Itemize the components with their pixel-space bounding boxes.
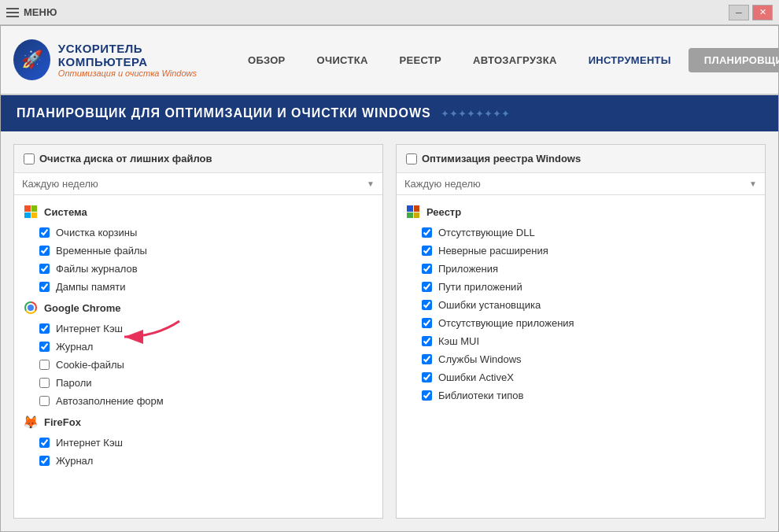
left-panel-checkbox[interactable] bbox=[24, 153, 35, 164]
list-item: Пути приложений bbox=[397, 278, 765, 296]
item-label: Пароли bbox=[56, 377, 92, 389]
group-registry-label: Реестр bbox=[426, 206, 461, 218]
list-item: Ошибки ActiveX bbox=[397, 368, 765, 386]
right-frequency-label: Каждую неделю bbox=[404, 178, 481, 190]
minimize-button[interactable]: ─ bbox=[729, 5, 749, 20]
list-item: Библиотеки типов bbox=[397, 386, 765, 405]
checkbox-applications[interactable] bbox=[422, 264, 432, 274]
checkbox-chrome-journal[interactable] bbox=[39, 342, 50, 352]
list-item: Журнал bbox=[14, 452, 382, 470]
list-item: Журнал bbox=[14, 338, 382, 356]
left-panel-checkbox-label[interactable]: Очистка диска от лишних файлов bbox=[24, 153, 212, 164]
item-label: Отсутствующие DLL bbox=[438, 227, 535, 238]
left-panel-title: Очистка диска от лишних файлов bbox=[39, 153, 212, 164]
item-label: Приложения bbox=[438, 263, 498, 275]
checkbox-chrome-cache[interactable] bbox=[39, 323, 50, 334]
item-label: Кэш MUI bbox=[438, 335, 479, 347]
checkbox-firefox-journal[interactable] bbox=[39, 456, 50, 466]
title-bar-menu-label: МЕНЮ bbox=[24, 6, 57, 18]
title-bar: МЕНЮ ─ ✕ bbox=[0, 0, 779, 25]
right-panel: Оптимизация реестра Windows Каждую недел… bbox=[396, 144, 766, 519]
item-label: Интернет Кэш bbox=[56, 437, 123, 449]
checkbox-chrome-passwords[interactable] bbox=[39, 378, 50, 388]
nav-item-cleaning[interactable]: ОЧИСТКА bbox=[303, 48, 382, 72]
checkbox-type-libraries[interactable] bbox=[422, 390, 432, 401]
logo-area: 🚀 УСКОРИТЕЛЬ КОМПЬЮТЕРА Оптимизация и оч… bbox=[13, 39, 218, 80]
left-panel-dropdown[interactable]: Каждую неделю ▼ bbox=[14, 173, 382, 195]
firefox-icon: 🦊 bbox=[24, 415, 38, 429]
checkbox-missing-apps[interactable] bbox=[422, 318, 432, 328]
item-label-chrome-cache: Интернет Кэш bbox=[56, 323, 123, 334]
item-label: Журнал bbox=[56, 455, 93, 467]
checkbox-dumps[interactable] bbox=[39, 282, 50, 292]
left-panel: Очистка диска от лишних файлов Каждую не… bbox=[13, 144, 383, 519]
list-item: Пароли bbox=[14, 374, 382, 392]
checkbox-app-paths[interactable] bbox=[422, 282, 432, 292]
chrome-icon bbox=[24, 301, 38, 315]
list-item: Временные файлы bbox=[14, 242, 382, 260]
nav-item-tools[interactable]: ИНСТРУМЕНТЫ bbox=[574, 48, 685, 72]
group-registry: Реестр bbox=[397, 200, 765, 224]
checkbox-chrome-cookies[interactable] bbox=[39, 360, 50, 370]
left-panel-header: Очистка диска от лишних файлов bbox=[14, 145, 382, 173]
list-item: Приложения bbox=[397, 260, 765, 278]
nav-item-autoload[interactable]: АВТОЗАГРУЗКА bbox=[459, 48, 571, 72]
item-label: Службы Windows bbox=[438, 353, 522, 365]
right-panel-checkbox[interactable] bbox=[406, 153, 417, 164]
right-panel-list: Реестр Отсутствующие DLL Неверные расшир… bbox=[397, 195, 765, 518]
main-content: Очистка диска от лишних файлов Каждую не… bbox=[1, 131, 778, 531]
checkbox-installer-errors[interactable] bbox=[422, 300, 432, 310]
item-label: Неверные расширения bbox=[438, 245, 548, 257]
right-panel-title: Оптимизация реестра Windows bbox=[422, 153, 581, 164]
group-system: Система bbox=[14, 200, 382, 224]
checkbox-mui-cache[interactable] bbox=[422, 336, 432, 346]
checkbox-wrong-extensions[interactable] bbox=[422, 246, 432, 256]
list-item: Интернет Кэш bbox=[14, 434, 382, 452]
item-label: Автозаполнение форм bbox=[56, 395, 164, 407]
close-button[interactable]: ✕ bbox=[752, 5, 773, 20]
checkbox-missing-dll[interactable] bbox=[422, 227, 432, 238]
checkbox-recycle-bin[interactable] bbox=[39, 227, 50, 238]
list-item: Кэш MUI bbox=[397, 332, 765, 350]
group-system-label: Система bbox=[44, 206, 87, 218]
group-firefox: 🦊 FireFox bbox=[14, 410, 382, 434]
registry-icon bbox=[406, 205, 420, 219]
item-label: Дампы памяти bbox=[56, 281, 125, 293]
item-label: Отсутствующие приложения bbox=[438, 317, 574, 329]
logo-icon: 🚀 bbox=[13, 39, 50, 80]
group-chrome-label: Google Chrome bbox=[44, 302, 121, 314]
list-item: Файлы журналов bbox=[14, 260, 382, 278]
checkbox-temp-files[interactable] bbox=[39, 246, 50, 256]
item-label: Временные файлы bbox=[56, 245, 147, 257]
group-chrome: Google Chrome bbox=[14, 296, 382, 320]
left-frequency-label: Каждую неделю bbox=[22, 178, 98, 190]
windows-icon bbox=[24, 205, 38, 219]
item-label: Ошибки ActiveX bbox=[438, 371, 514, 383]
item-label: Пути приложений bbox=[438, 281, 522, 293]
list-item: Службы Windows bbox=[397, 350, 765, 368]
page-title-bar: ПЛАНИРОВЩИК ДЛЯ ОПТИМИЗАЦИИ И ОЧИСТКИ WI… bbox=[1, 95, 778, 131]
list-item: Отсутствующие приложения bbox=[397, 314, 765, 332]
checkbox-windows-services[interactable] bbox=[422, 354, 432, 364]
checkbox-firefox-cache[interactable] bbox=[39, 438, 50, 448]
hamburger-icon[interactable] bbox=[6, 8, 19, 17]
list-item: Очистка корзины bbox=[14, 224, 382, 242]
nav-item-overview[interactable]: ОБЗОР bbox=[234, 48, 300, 72]
item-label: Ошибки установщика bbox=[438, 299, 541, 311]
nav-item-registry[interactable]: РЕЕСТР bbox=[386, 48, 456, 72]
list-item-internet-cache: Интернет Кэш bbox=[14, 320, 382, 338]
nav-item-planner[interactable]: ПЛАНИРОВЩИК bbox=[689, 48, 779, 72]
checkbox-activex-errors[interactable] bbox=[422, 372, 432, 382]
list-item: Автозаполнение форм bbox=[14, 392, 382, 410]
item-label: Cookie-файлы bbox=[56, 359, 124, 371]
right-panel-dropdown[interactable]: Каждую неделю ▼ bbox=[397, 173, 765, 195]
app-header: 🚀 УСКОРИТЕЛЬ КОМПЬЮТЕРА Оптимизация и оч… bbox=[1, 26, 778, 95]
list-item: Отсутствующие DLL bbox=[397, 224, 765, 242]
logo-subtitle: Оптимизация и очистка Windows bbox=[58, 68, 218, 78]
checkbox-log-files[interactable] bbox=[39, 264, 50, 274]
left-panel-list: Система Очистка корзины Временные файлы … bbox=[14, 195, 382, 518]
list-item: Дампы памяти bbox=[14, 278, 382, 296]
right-panel-checkbox-label[interactable]: Оптимизация реестра Windows bbox=[406, 153, 581, 164]
page-title-decoration: ✦✦✦✦✦✦✦✦ bbox=[441, 108, 510, 120]
checkbox-chrome-autofill[interactable] bbox=[39, 396, 50, 406]
